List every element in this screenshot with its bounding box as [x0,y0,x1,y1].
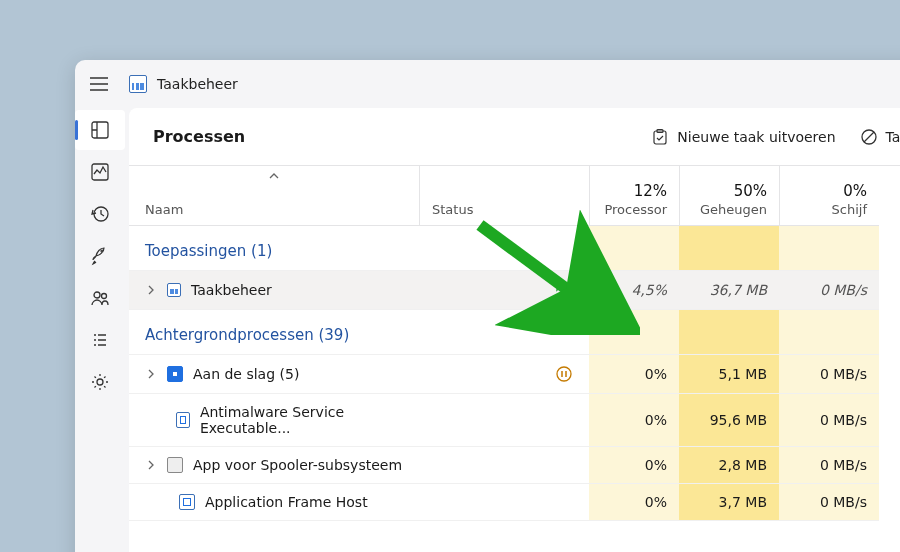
col-disk[interactable]: 0% Schijf [779,166,879,226]
performance-icon [90,162,110,182]
clipboard-check-icon [651,128,669,146]
disk-cell: 0 MB/s [779,484,879,521]
process-name: Antimalware Service Executable... [200,404,407,436]
svg-point-11 [557,367,571,381]
sidebar [75,108,125,552]
details-icon [90,330,110,350]
chevron-right-icon[interactable] [145,369,157,379]
nav-settings[interactable] [75,362,125,402]
cpu-cell: 4,5% [589,271,679,310]
disk-cell: 0 MB/s [779,394,879,447]
history-icon [90,204,110,224]
svg-point-10 [567,286,569,288]
cpu-cell: 0% [589,355,679,394]
col-name[interactable]: Naam [129,166,419,226]
leaf-icon [555,281,573,299]
end-task-button[interactable]: Taak be [848,122,900,152]
process-table: Naam Status 12% Processor 50% Geheugen 0… [129,166,900,521]
mem-cell: 95,6 MB [679,394,779,447]
mem-cell: 5,1 MB [679,355,779,394]
mem-cell: 36,7 MB [679,271,779,310]
mem-cell: 2,8 MB [679,447,779,484]
cpu-cell: 0% [589,484,679,521]
group-title: Toepassingen (1) [129,226,419,271]
titlebar: Taakbeheer [75,60,900,108]
col-status[interactable]: Status [419,166,589,226]
hamburger-icon [90,77,108,91]
mem-pct-value: 50% [734,182,767,200]
taskmgr-icon [167,283,181,297]
mem-cell: 3,7 MB [679,484,779,521]
svg-point-4 [102,294,107,299]
cpu-pct-value: 12% [634,182,667,200]
group-title: Achtergrondprocessen (39) [129,310,419,355]
app-icon [129,75,147,93]
col-mem[interactable]: 50% Geheugen [679,166,779,226]
nav-startup[interactable] [75,236,125,276]
app-icon [167,366,183,382]
task-manager-window: Taakbeheer [75,60,900,552]
page-title: Processen [153,127,639,146]
exe-icon [179,494,195,510]
chevron-right-icon[interactable] [145,460,157,470]
process-name: Application Frame Host [205,494,368,510]
cpu-cell: 0% [589,447,679,484]
main-panel: Processen Nieuwe taak uitvoeren Taak be … [129,108,900,552]
nav-processes[interactable] [75,110,125,150]
process-name: Taakbeheer [191,282,272,298]
col-cpu-label: Processor [604,202,667,217]
col-disk-label: Schijf [832,202,867,217]
svg-point-5 [97,379,103,385]
disk-cell: 0 MB/s [779,447,879,484]
col-name-label: Naam [145,202,407,217]
run-new-task-label: Nieuwe taak uitvoeren [677,129,835,145]
processes-icon [90,120,110,140]
col-cpu[interactable]: 12% Processor [589,166,679,226]
nav-app-history[interactable] [75,194,125,234]
startup-icon [90,246,110,266]
gear-icon [90,372,110,392]
end-task-label: Taak be [886,129,900,145]
svg-point-3 [94,292,100,298]
disk-cell: 0 MB/s [779,271,879,310]
disk-pct-value: 0% [843,182,867,200]
process-name: Aan de slag (5) [193,366,299,382]
nav-performance[interactable] [75,152,125,192]
nav-details[interactable] [75,320,125,360]
main-header: Processen Nieuwe taak uitvoeren Taak be [129,108,900,166]
sort-indicator-icon [268,172,280,180]
nav-users[interactable] [75,278,125,318]
block-icon [860,128,878,146]
svg-point-9 [559,292,561,294]
printer-icon [167,457,183,473]
pause-icon [555,365,573,383]
users-icon [90,288,110,308]
col-status-label: Status [432,202,577,217]
process-name: App voor Spooler-subsysteem [193,457,402,473]
cpu-cell: 0% [589,394,679,447]
run-new-task-button[interactable]: Nieuwe taak uitvoeren [639,122,847,152]
hamburger-menu[interactable] [79,64,119,104]
disk-cell: 0 MB/s [779,355,879,394]
exe-icon [176,412,190,428]
app-title: Taakbeheer [157,76,238,92]
chevron-right-icon[interactable] [145,285,157,295]
col-mem-label: Geheugen [700,202,767,217]
